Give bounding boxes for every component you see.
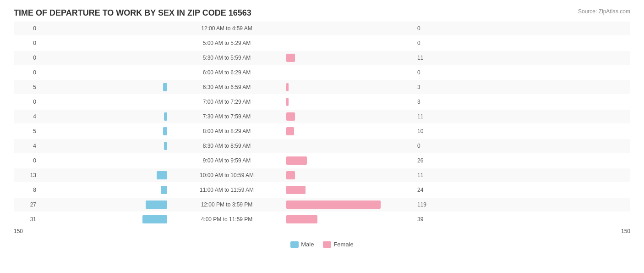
female-bar-area <box>286 112 415 121</box>
time-label: 6:00 AM to 6:29 AM <box>167 69 286 76</box>
male-value: 4 <box>14 143 39 149</box>
source-text: Source: ZipAtlas.com <box>578 8 630 15</box>
male-value: 0 <box>14 40 39 46</box>
time-label: 8:00 AM to 8:29 AM <box>167 128 286 134</box>
male-bar <box>163 127 167 135</box>
female-value: 3 <box>415 84 440 90</box>
table-row: 0 6:00 AM to 6:29 AM 0 <box>14 66 630 79</box>
time-label: 5:00 AM to 5:29 AM <box>167 40 286 46</box>
female-value: 10 <box>415 128 440 134</box>
male-bar-area <box>39 83 167 91</box>
male-value: 5 <box>14 84 39 90</box>
male-value: 0 <box>14 157 39 164</box>
female-bar-area <box>286 54 415 62</box>
table-row: 0 5:30 AM to 5:59 AM 11 <box>14 51 630 65</box>
table-row: 31 4:00 PM to 11:59 PM 39 <box>14 212 630 226</box>
time-label: 7:30 AM to 7:59 AM <box>167 113 286 120</box>
female-bar-area <box>286 24 415 33</box>
female-value: 11 <box>415 113 440 120</box>
table-row: 13 10:00 AM to 10:59 AM 11 <box>14 168 630 182</box>
legend-female: Female <box>323 241 353 248</box>
female-bar-area <box>286 156 415 165</box>
male-bar-area <box>39 215 167 223</box>
time-label: 12:00 PM to 3:59 PM <box>167 201 286 208</box>
table-row: 0 7:00 AM to 7:29 AM 3 <box>14 95 630 109</box>
female-bar-area <box>286 201 415 209</box>
male-bar-area <box>39 39 167 47</box>
female-value: 0 <box>415 25 440 32</box>
female-bar <box>286 201 381 209</box>
table-row: 27 12:00 PM to 3:59 PM 119 <box>14 198 630 212</box>
male-bar <box>157 171 167 179</box>
female-bar <box>286 98 289 106</box>
bottom-scale: 150 150 <box>14 228 630 237</box>
male-bar <box>163 83 167 91</box>
male-bar <box>142 215 167 223</box>
female-value: 0 <box>415 40 440 46</box>
time-label: 5:30 AM to 5:59 AM <box>167 55 286 61</box>
legend-female-color <box>323 241 331 248</box>
legend-female-label: Female <box>333 241 353 248</box>
male-bar-area <box>39 201 167 209</box>
female-bar <box>286 127 294 135</box>
male-bar-area <box>39 24 167 33</box>
scale-left-label: 150 <box>14 228 23 234</box>
time-label: 6:30 AM to 6:59 AM <box>167 84 286 90</box>
female-bar <box>286 171 295 179</box>
female-value: 11 <box>415 55 440 61</box>
female-bar-area <box>286 127 415 135</box>
legend-male: Male <box>290 241 314 248</box>
male-bar-area <box>39 54 167 62</box>
female-bar-area <box>286 68 415 77</box>
male-bar-area <box>39 171 167 179</box>
time-label: 8:30 AM to 8:59 AM <box>167 143 286 149</box>
female-bar <box>286 83 289 91</box>
table-row: 0 12:00 AM to 4:59 AM 0 <box>14 22 630 35</box>
chart-container: TIME OF DEPARTURE TO WORK BY SEX IN ZIP … <box>0 0 644 273</box>
table-row: 4 7:30 AM to 7:59 AM 11 <box>14 110 630 123</box>
male-bar-area <box>39 127 167 135</box>
male-value: 31 <box>14 216 39 223</box>
table-row: 0 5:00 AM to 5:29 AM 0 <box>14 36 630 50</box>
female-value: 3 <box>415 99 440 105</box>
time-label: 10:00 AM to 10:59 AM <box>167 172 286 178</box>
scale-right-label: 150 <box>621 228 630 234</box>
male-bar-area <box>39 186 167 194</box>
table-row: 0 9:00 AM to 9:59 AM 26 <box>14 154 630 167</box>
male-bar-area <box>39 112 167 121</box>
legend-container: Male Female <box>14 241 630 248</box>
table-row: 4 8:30 AM to 8:59 AM 0 <box>14 139 630 153</box>
legend-male-color <box>290 241 299 248</box>
male-value: 0 <box>14 25 39 32</box>
male-value: 4 <box>14 113 39 120</box>
female-value: 11 <box>415 172 440 178</box>
male-bar-area <box>39 156 167 165</box>
female-value: 119 <box>415 201 440 208</box>
female-value: 24 <box>415 187 440 193</box>
female-bar <box>286 156 307 165</box>
female-bar <box>286 215 317 223</box>
time-label: 11:00 AM to 11:59 AM <box>167 187 286 193</box>
female-value: 0 <box>415 69 440 76</box>
table-row: 8 11:00 AM to 11:59 AM 24 <box>14 183 630 197</box>
female-bar-area <box>286 215 415 223</box>
male-value: 8 <box>14 187 39 193</box>
female-bar-area <box>286 83 415 91</box>
time-label: 7:00 AM to 7:29 AM <box>167 99 286 105</box>
male-bar <box>164 112 167 121</box>
female-value: 26 <box>415 157 440 164</box>
female-bar-area <box>286 186 415 194</box>
male-value: 0 <box>14 69 39 76</box>
male-bar <box>164 142 167 150</box>
female-bar-area <box>286 98 415 106</box>
male-value: 13 <box>14 172 39 178</box>
table-row: 5 8:00 AM to 8:29 AM 10 <box>14 124 630 138</box>
female-value: 0 <box>415 143 440 149</box>
chart-title: TIME OF DEPARTURE TO WORK BY SEX IN ZIP … <box>14 8 630 18</box>
male-bar-area <box>39 98 167 106</box>
rows-container: 0 12:00 AM to 4:59 AM 0 0 5:00 AM to 5:2… <box>14 22 630 226</box>
male-bar-area <box>39 142 167 150</box>
female-value: 39 <box>415 216 440 223</box>
female-bar-area <box>286 171 415 179</box>
legend-male-label: Male <box>301 241 314 248</box>
